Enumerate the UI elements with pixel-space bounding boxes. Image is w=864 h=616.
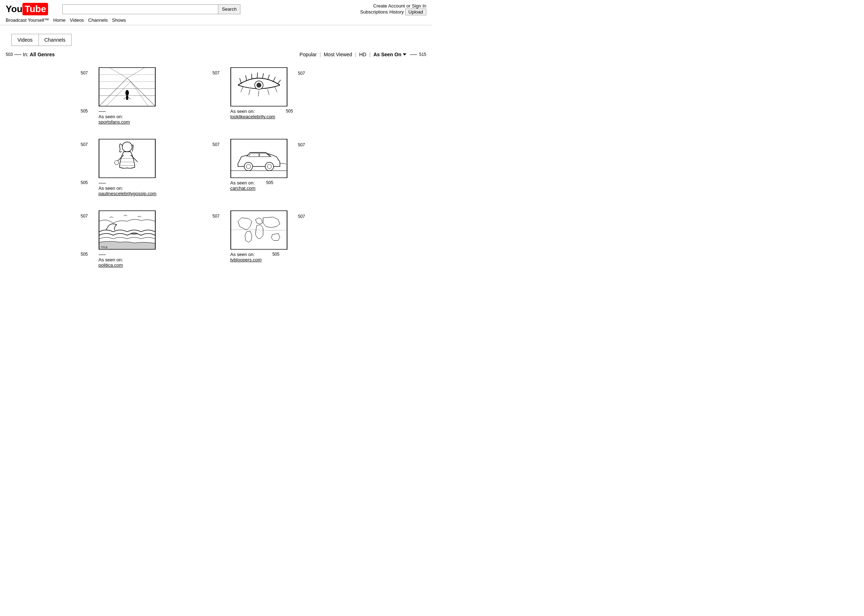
video-caption-5: 505 As seen on: politica.com (99, 252, 123, 268)
annotation-505-2: 505 (286, 108, 293, 113)
annotation-505-1: 505 (81, 108, 88, 113)
filter-as-seen-on[interactable]: As Seen On (373, 52, 406, 57)
pipe-2: | (355, 52, 357, 57)
list-item: 507 (99, 211, 202, 268)
nav-channels[interactable]: Channels (88, 17, 108, 23)
search-button[interactable]: Search (218, 4, 240, 14)
video-grid: 507 (56, 60, 377, 282)
video-thumbnail-3[interactable] (99, 139, 156, 178)
video-thumbnail-2[interactable] (231, 67, 287, 107)
as-seen-label-2: As seen on: looklikeacelebrity.com (231, 108, 275, 119)
as-seen-label-4: As seen on: carchat.com (231, 180, 256, 191)
annotation-503: 503 (6, 52, 13, 57)
annotation-515: 515 (419, 52, 426, 57)
annotation-507-2: 507 (213, 71, 220, 75)
video-thumbnail-4[interactable] (231, 139, 287, 178)
as-seen-label-1: As seen on: sportsfans.com (99, 114, 130, 125)
list-item: 507 (231, 139, 334, 196)
annotation-507-4: 507 (213, 142, 220, 147)
nav-shows[interactable]: Shows (112, 17, 126, 23)
or-separator: or (406, 3, 411, 9)
filter-genre-value[interactable]: All Genres (30, 52, 55, 57)
tabs-container: Videos Channels (11, 34, 72, 46)
annotation-507-6: 507 (213, 214, 220, 218)
annotation-503-line (14, 55, 21, 55)
history-link[interactable]: History (389, 9, 404, 14)
filter-popular[interactable]: Popular (300, 52, 317, 57)
caption-line-5 (99, 255, 106, 255)
site-link-5[interactable]: politica.com (99, 262, 123, 268)
create-account-link[interactable]: Create Account (373, 3, 405, 9)
svg-rect-0 (99, 68, 155, 106)
svg-point-41 (246, 165, 250, 169)
list-item: 507 (231, 67, 334, 125)
tab-channels[interactable]: Channels (39, 34, 71, 46)
video-caption-2: 505 As seen on: looklikeacelebrity.com (231, 108, 275, 119)
annotation-507-2r: 507 (298, 71, 305, 76)
tabs-wrapper: Videos Channels (6, 28, 426, 46)
sign-in-link[interactable]: Sign In (412, 3, 426, 9)
video-caption-3: 505 As seen on: paulinescelebritygossip.… (99, 180, 157, 196)
list-item: 507 (99, 67, 202, 125)
list-item: 507 (231, 211, 334, 268)
filter-bar: 503 In: All Genres Popular | Most Viewed… (0, 49, 432, 60)
as-seen-label-3: As seen on: paulinescelebritygossip.com (99, 185, 157, 196)
filter-hd[interactable]: HD (359, 52, 366, 57)
logo-container: YouTube (6, 3, 48, 15)
dropdown-arrow-icon (403, 53, 406, 55)
svg-line-19 (257, 73, 258, 79)
video-thumbnail-1[interactable] (99, 67, 156, 107)
annotation-505-3: 505 (81, 180, 88, 185)
svg-text:TITLE: TITLE (101, 246, 108, 248)
site-link-3[interactable]: paulinescelebritygossip.com (99, 191, 157, 196)
filter-sort-options: Popular | Most Viewed | HD | As Seen On … (300, 52, 426, 57)
video-thumbnail-5[interactable]: TITLE (99, 211, 156, 250)
site-link-6[interactable]: tvbloopers.com (231, 257, 262, 262)
as-seen-label-6: As seen on: tvbloopers.com (231, 252, 262, 262)
annotation-507-4r: 507 (298, 142, 305, 148)
annotation-515-line (410, 55, 417, 55)
subscriptions-link[interactable]: Subscriptions (360, 9, 388, 14)
video-caption-4: 505 As seen on: carchat.com (231, 180, 256, 191)
svg-point-25 (256, 83, 261, 88)
youtube-logo[interactable]: YouTube (6, 3, 48, 15)
logo-tube: Tube (22, 3, 48, 15)
upload-button[interactable]: Upload (405, 9, 426, 15)
annotation-507-3: 507 (81, 142, 88, 147)
logo-you: You (6, 3, 22, 14)
caption-line-1 (99, 112, 106, 112)
svg-line-18 (251, 74, 252, 79)
svg-point-43 (267, 165, 272, 169)
annotation-505-5: 505 (81, 252, 88, 257)
tagline-text: Broadcast Yourself™ (6, 17, 49, 23)
site-link-2[interactable]: looklikeacelebrity.com (231, 114, 275, 119)
site-link-4[interactable]: carchat.com (231, 185, 256, 191)
annotation-507-5: 507 (81, 214, 88, 218)
filter-most-viewed[interactable]: Most Viewed (324, 52, 352, 57)
annotation-505-4: 505 (266, 180, 273, 185)
tab-videos[interactable]: Videos (12, 34, 39, 46)
header-auth-area: Create Account or Sign In (373, 3, 426, 9)
list-item: 507 (99, 139, 202, 196)
header-separator (0, 25, 432, 25)
svg-point-35 (114, 160, 119, 165)
header-user-actions: Subscriptions History Upload (360, 9, 426, 15)
annotation-507-6r: 507 (298, 214, 305, 219)
nav-home[interactable]: Home (53, 17, 66, 23)
video-caption-6: 505 As seen on: tvbloopers.com (231, 252, 262, 262)
annotation-505-6: 505 (272, 252, 280, 257)
video-thumbnail-6[interactable] (231, 211, 287, 250)
video-caption-1: 505 As seen on: sportsfans.com (99, 108, 130, 125)
as-seen-on-label: As Seen On (373, 52, 401, 57)
filter-genre: In: All Genres (23, 52, 55, 57)
filter-in-label: In: (23, 52, 28, 57)
search-input[interactable] (62, 4, 218, 14)
pipe-1: | (319, 52, 321, 57)
site-link-1[interactable]: sportsfans.com (99, 119, 130, 125)
header-right: Create Account or Sign In Subscriptions … (360, 3, 426, 15)
annotation-507-1: 507 (81, 71, 88, 75)
svg-point-32 (122, 142, 132, 152)
svg-rect-8 (126, 96, 128, 100)
nav-videos[interactable]: Videos (70, 17, 84, 23)
search-area: Search (62, 4, 240, 14)
